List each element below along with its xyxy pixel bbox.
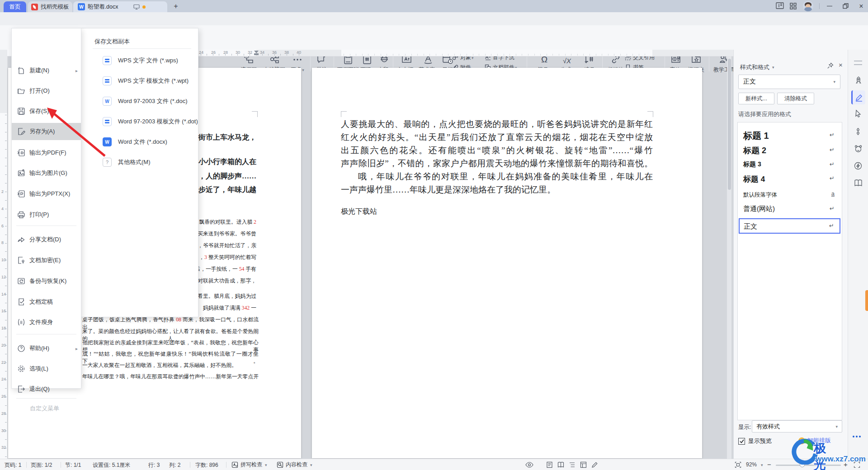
page-view-icon[interactable] xyxy=(546,461,553,468)
submenu-item-other-format[interactable]: ? 其他格式(M) xyxy=(81,155,198,169)
format-pen-active[interactable] xyxy=(851,90,865,104)
new-doc-icon xyxy=(17,66,25,75)
smart-typeset-button[interactable]: ¥ 智能排版 xyxy=(798,437,831,445)
display-filter-select[interactable]: 有效样式 ▾ xyxy=(752,420,842,432)
style-item-heading2[interactable]: 标题 2 xyxy=(743,145,766,156)
style-item-body-selected[interactable]: 正文 ↵ xyxy=(739,218,840,234)
tab-home[interactable]: 首页 xyxy=(4,1,26,12)
margin-corner-mark xyxy=(252,111,258,117)
document-scrollbar[interactable] xyxy=(727,56,731,459)
screen-share-icon[interactable] xyxy=(133,4,140,10)
clear-format-button[interactable]: 清除格式 xyxy=(777,93,814,104)
zoom-slider-track[interactable] xyxy=(776,465,841,466)
avatar[interactable] xyxy=(803,1,813,11)
style-item-default-font[interactable]: 默认段落字体 xyxy=(743,191,777,199)
maximize-button[interactable] xyxy=(839,0,852,12)
status-word-count[interactable]: 字数: 896 xyxy=(195,461,218,469)
statusbar: 页码: 1 页面: 1/2 节: 1/1 设置值: 5.1厘米 行: 3 列: … xyxy=(0,459,868,470)
sticker-face-icon[interactable] xyxy=(854,145,863,154)
coin-icon: ¥ xyxy=(798,437,805,444)
edit-pen-icon[interactable] xyxy=(591,461,598,468)
menu-item-share-doc[interactable]: 分享文档(D) xyxy=(12,231,81,248)
docer-rocket-icon[interactable] xyxy=(854,76,863,85)
fit-page-icon[interactable] xyxy=(735,461,741,468)
skin-tab[interactable] xyxy=(865,290,868,311)
menu-item-print[interactable]: 打印(P) xyxy=(12,206,81,223)
menu-footer-customize[interactable]: 自定义菜单 xyxy=(12,400,81,417)
word97-doc-icon: W xyxy=(103,97,112,106)
menu-item-save-as[interactable]: 另存为(A)▸ xyxy=(12,123,81,140)
zoom-level[interactable]: 92% xyxy=(746,461,757,468)
window-layout-icon[interactable] xyxy=(776,2,784,9)
eye-protect-icon[interactable] xyxy=(525,462,533,468)
status-pages: 页面: 1/2 xyxy=(31,461,52,469)
zoom-caret-icon[interactable]: ▾ xyxy=(761,463,763,467)
margin-marker[interactable] xyxy=(254,53,259,55)
quick-tools-bolt-icon[interactable] xyxy=(854,162,863,171)
style-item-normal-web[interactable]: 普通(网站) xyxy=(743,205,775,213)
style-item-heading3[interactable]: 标题 3 xyxy=(743,160,761,169)
zoom-in-button[interactable]: + xyxy=(844,461,848,468)
fullscreen-icon[interactable] xyxy=(854,461,860,468)
checkbox-checked-icon xyxy=(738,438,745,445)
pin-icon[interactable] xyxy=(827,62,834,69)
panel-title-caret-icon[interactable]: ▾ xyxy=(772,65,774,70)
content-check-button[interactable]: 内容检查▾ xyxy=(277,461,312,469)
menu-item-backup-restore[interactable]: 备份与恢复(K) xyxy=(12,273,81,290)
web-layout-icon[interactable] xyxy=(580,461,587,468)
tab-template-store[interactable]: 找稻壳模板 xyxy=(28,1,72,12)
submenu-item-doc[interactable]: W Word 97-2003 文件 (*.doc) xyxy=(81,94,198,108)
read-view-icon[interactable] xyxy=(557,461,564,468)
paragraph-mark: ↵ xyxy=(830,132,835,138)
menubar: 文件 ▾ 开始 插入 页面布局 引用 审阅 视图 章节 xyxy=(0,12,868,26)
menu-item-help[interactable]: 帮助(H)▸ xyxy=(12,340,81,357)
zoom-out-button[interactable]: − xyxy=(767,461,771,468)
menu-item-finalize[interactable]: 文档定稿 xyxy=(12,293,81,310)
select-cursor-icon[interactable] xyxy=(854,109,863,118)
tab-document[interactable]: W 盼望着.docx xyxy=(73,1,167,12)
style-item-heading1[interactable]: 标题 1 xyxy=(743,130,769,142)
tab-home-label: 首页 xyxy=(9,3,21,11)
style-item-heading4[interactable]: 标题 4 xyxy=(743,174,765,184)
new-tab-button[interactable]: + xyxy=(171,1,181,11)
paragraph-mark: ↵ xyxy=(830,205,835,212)
display-label: 显示: xyxy=(738,423,751,431)
paragraph-mark: ↵ xyxy=(830,161,835,168)
menu-item-save[interactable]: 保存(S) xyxy=(12,103,81,120)
spell-check-button[interactable]: 拼写检查▾ xyxy=(231,461,267,469)
show-preview-checkbox[interactable]: 显示预览 xyxy=(738,437,772,445)
submenu-item-wps[interactable]: WPS 文字 文件 (*.wps) xyxy=(81,53,198,68)
menu-item-new[interactable]: 新建(N)▸ xyxy=(12,62,81,79)
menu-item-export-pptx[interactable]: 输出为PPTX(X) xyxy=(12,185,81,202)
submenu-title: 保存文档副本 xyxy=(94,38,130,46)
menu-item-slim-file[interactable]: 文件瘦身 xyxy=(12,314,81,331)
menu-item-exit[interactable]: 退出(Q) xyxy=(12,381,81,398)
adjust-sliders-icon[interactable] xyxy=(854,127,863,136)
style-list: 标题 1 ↵ 标题 2 ↵ 标题 3 ↵ 标题 4 ↵ 默认段落字体 a 普通(… xyxy=(737,122,842,420)
minimize-button[interactable] xyxy=(823,0,836,12)
outline-view-icon[interactable] xyxy=(569,461,576,468)
submenu-item-docx[interactable]: W Word 文件 (*.docx) xyxy=(81,135,198,149)
vertical-ruler[interactable]: 2 4 6 8 10 12 14 16 18 20 22 24 26 28 30… xyxy=(0,56,8,459)
menu-item-export-pdf[interactable]: 输出为PDF(F) xyxy=(12,144,81,161)
current-style-select[interactable]: 正文 ▾ xyxy=(738,75,840,89)
menu-item-encrypt[interactable]: 文档加密(E) xyxy=(12,252,81,269)
new-style-button[interactable]: 新样式... xyxy=(738,93,774,104)
submenu-item-dot[interactable]: Word 97-2003 模板文件 (*.dot) xyxy=(81,114,198,129)
margin-corner-mark xyxy=(341,111,347,117)
titlebar: 首页 找稻壳模板 W 盼望着.docx + xyxy=(0,0,868,12)
docer-icon xyxy=(31,4,38,10)
app-grid-icon[interactable] xyxy=(790,3,797,9)
close-panel-icon[interactable]: × xyxy=(839,61,843,69)
close-window-button[interactable]: × xyxy=(854,0,868,12)
margin-corner-mark xyxy=(647,111,653,117)
open-folder-icon xyxy=(17,87,25,95)
zoom-slider-handle[interactable] xyxy=(800,462,805,467)
menu-item-options[interactable]: 选项(L) xyxy=(12,360,81,377)
reference-book-icon[interactable] xyxy=(854,179,863,188)
status-section: 节: 1/1 xyxy=(65,461,81,469)
submenu-item-wpt[interactable]: WPS 文字 模板文件 (*.wpt) xyxy=(81,74,198,88)
strip-handle[interactable] xyxy=(854,61,862,65)
menu-item-export-image[interactable]: 输出为图片(G) xyxy=(12,164,81,182)
menu-item-open[interactable]: 打开(O) xyxy=(12,82,81,99)
